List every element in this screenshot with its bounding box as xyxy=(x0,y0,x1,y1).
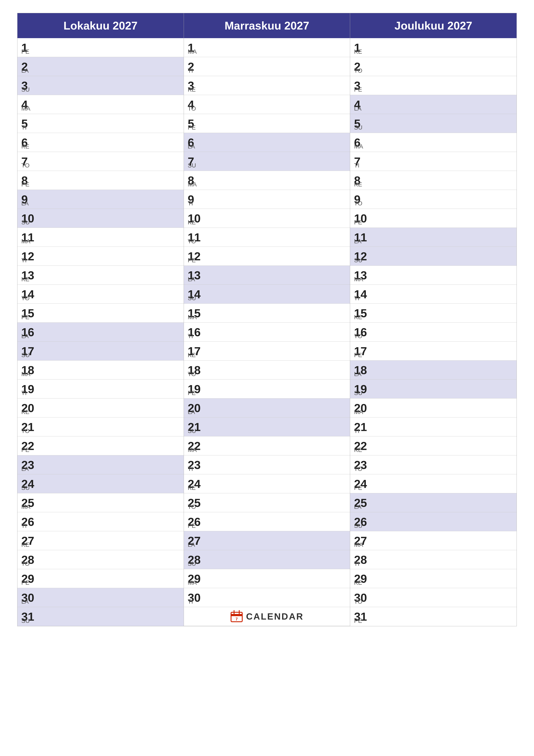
day-row-1-27: 28SU xyxy=(184,550,350,569)
day-row-2-25: 26SU xyxy=(350,512,517,531)
day-row-2-1: 2TO xyxy=(350,57,517,76)
day-abbr-2-11: SU xyxy=(354,257,362,264)
day-abbr-1-29: TI xyxy=(188,598,193,605)
day-abbr-0-17: MA xyxy=(21,371,30,378)
day-row-0-23: 24SU xyxy=(17,474,184,493)
day-abbr-1-25: PE xyxy=(188,523,196,529)
day-abbr-0-9: SU xyxy=(21,219,30,226)
month-col-0: 1PE2LA3SU4MA5TI6KE7TO8PE9LA10SU11MA12TI1… xyxy=(17,38,184,626)
month-header-0: Lokakuu 2027 xyxy=(17,13,184,38)
day-abbr-2-24: LA xyxy=(354,503,361,510)
day-abbr-0-22: LA xyxy=(21,466,29,472)
day-row-2-13: 14TI xyxy=(350,285,517,304)
day-row-0-24: 25MA xyxy=(17,493,184,512)
day-abbr-0-26: KE xyxy=(21,541,29,548)
day-abbr-0-3: MA xyxy=(21,105,30,112)
day-abbr-0-30: SU xyxy=(21,617,30,624)
day-abbr-1-8: TI xyxy=(188,200,193,207)
day-row-0-14: 15PE xyxy=(17,304,184,323)
day-abbr-0-11: TI xyxy=(21,257,27,264)
day-abbr-1-21: MA xyxy=(188,446,197,453)
day-abbr-2-5: MA xyxy=(354,143,363,150)
day-abbr-0-0: PE xyxy=(21,48,29,55)
month-col-1: 1MA2TI3KE4TO5PE6LA7SU8MA9TI10KE11TO12PE1… xyxy=(184,38,350,626)
day-abbr-2-25: SU xyxy=(354,523,362,529)
day-row-0-12: 13KE xyxy=(17,266,184,285)
day-row-2-22: 23TO xyxy=(350,455,517,474)
day-row-0-29: 30LA xyxy=(17,588,184,607)
day-row-2-29: 30TO xyxy=(350,588,517,607)
day-row-1-3: 4TO xyxy=(184,95,350,114)
day-row-0-19: 20KE xyxy=(17,398,184,418)
day-row-0-3: 4MA xyxy=(17,95,184,114)
day-abbr-0-5: KE xyxy=(21,143,29,150)
day-row-0-10: 11MA xyxy=(17,228,184,247)
day-row-2-23: 24PE xyxy=(350,474,517,493)
day-row-2-27: 28TI xyxy=(350,550,517,569)
day-abbr-2-9: PE xyxy=(354,219,362,226)
day-abbr-2-10: LA xyxy=(354,238,361,245)
day-abbr-2-26: MA xyxy=(354,541,363,548)
day-abbr-2-19: MA xyxy=(354,409,363,416)
day-row-2-17: 18LA xyxy=(350,361,517,380)
svg-rect-1 xyxy=(231,614,242,616)
day-abbr-2-20: TI xyxy=(354,428,359,434)
day-row-0-6: 7TO xyxy=(17,152,184,171)
day-abbr-2-6: TI xyxy=(354,162,359,169)
day-row-1-21: 22MA xyxy=(184,436,350,455)
day-abbr-1-18: PE xyxy=(188,390,196,396)
day-row-0-2: 3SU xyxy=(17,76,184,95)
day-row-2-7: 8KE xyxy=(350,171,517,190)
day-row-1-16: 17KE xyxy=(184,341,350,361)
day-abbr-1-11: PE xyxy=(188,257,196,264)
day-abbr-1-4: PE xyxy=(188,124,196,131)
day-abbr-0-29: LA xyxy=(21,598,29,605)
day-row-2-12: 13MA xyxy=(350,266,517,285)
day-row-2-3: 4LA xyxy=(350,95,517,114)
day-row-2-16: 17PE xyxy=(350,341,517,361)
day-abbr-2-0: KE xyxy=(354,48,362,55)
day-abbr-0-20: TO xyxy=(21,428,30,434)
day-abbr-0-23: SU xyxy=(21,484,30,491)
day-row-0-26: 27KE xyxy=(17,531,184,550)
day-row-0-28: 29PE xyxy=(17,569,184,588)
day-abbr-0-14: PE xyxy=(21,314,29,321)
day-row-1-12: 13LA xyxy=(184,266,350,285)
day-row-1-24: 25TO xyxy=(184,493,350,512)
day-row-1-15: 16TI xyxy=(184,323,350,341)
day-abbr-1-24: TO xyxy=(188,503,196,510)
day-abbr-2-4: SU xyxy=(354,124,362,131)
day-row-0-0: 1PE xyxy=(17,38,184,57)
logo-area: 7 CALENDAR xyxy=(230,610,304,623)
month-header-2: Joulukuu 2027 xyxy=(350,13,517,38)
days-grid: 1PE2LA3SU4MA5TI6KE7TO8PE9LA10SU11MA12TI1… xyxy=(17,38,517,626)
day-row-2-28: 29KE xyxy=(350,569,517,588)
day-abbr-1-13: SU xyxy=(188,295,196,302)
month-col-2: 1KE2TO3PE4LA5SU6MA7TI8KE9TO10PE11LA12SU1… xyxy=(350,38,517,626)
day-abbr-0-13: TO xyxy=(21,295,30,302)
day-abbr-1-5: LA xyxy=(188,143,195,150)
day-row-0-7: 8PE xyxy=(17,171,184,190)
day-abbr-0-24: MA xyxy=(21,503,30,510)
day-abbr-0-8: LA xyxy=(21,200,29,207)
day-row-0-20: 21TO xyxy=(17,418,184,436)
day-abbr-1-19: LA xyxy=(188,409,195,416)
day-abbr-1-27: SU xyxy=(188,560,196,567)
day-abbr-2-3: LA xyxy=(354,105,361,112)
day-abbr-1-20: SU xyxy=(188,428,196,434)
day-row-2-5: 6MA xyxy=(350,133,517,152)
day-abbr-1-6: SU xyxy=(188,162,196,169)
day-abbr-0-6: TO xyxy=(21,162,30,169)
month-header-1: Marraskuu 2027 xyxy=(184,13,350,38)
day-row-1-9: 10KE xyxy=(184,209,350,228)
day-row-0-11: 12TI xyxy=(17,247,184,266)
day-row-0-25: 26TI xyxy=(17,512,184,531)
day-row-1-18: 19PE xyxy=(184,380,350,398)
day-abbr-0-19: KE xyxy=(21,409,29,416)
day-row-2-2: 3PE xyxy=(350,76,517,95)
day-row-2-18: 19SU xyxy=(350,380,517,398)
day-abbr-1-22: TI xyxy=(188,466,193,472)
day-abbr-0-28: PE xyxy=(21,579,29,586)
day-row-2-30: 31PE xyxy=(350,607,517,626)
day-abbr-2-29: TO xyxy=(354,598,362,605)
